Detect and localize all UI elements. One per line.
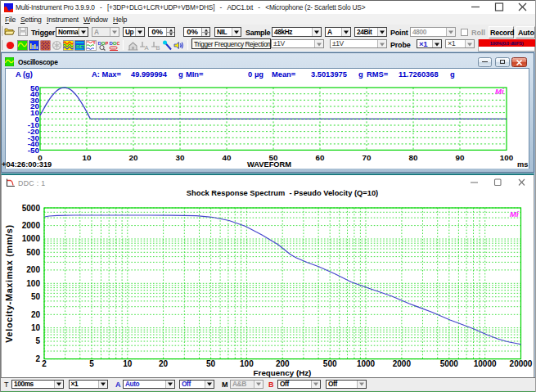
svg-text:Mi: Mi: [510, 210, 519, 219]
